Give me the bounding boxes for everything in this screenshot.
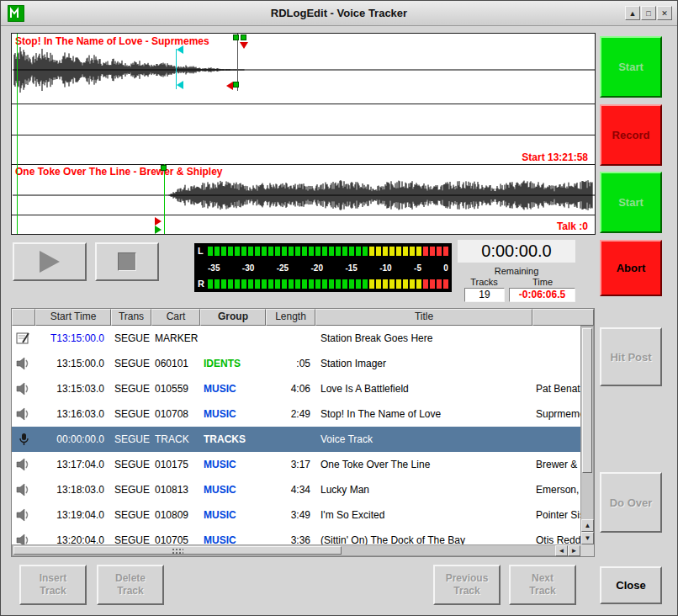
title-cell: (Sittin' On) The Dock of The Bay	[315, 534, 532, 544]
column-header-artist[interactable]	[532, 309, 594, 326]
group-cell: MUSIC	[200, 459, 266, 470]
start-time-cell: 13:17:04.0	[35, 459, 111, 470]
cart-cell: 010559	[151, 383, 200, 395]
column-header-icon[interactable]	[12, 309, 35, 326]
maximize-icon[interactable]: □	[641, 6, 656, 20]
length-cell: 3:49	[266, 509, 315, 521]
lane-divider	[12, 104, 595, 104]
artist-cell: Emerson, L	[532, 484, 580, 496]
table-row[interactable]: 00:00:00.0 SEGUE TRACK TRACKS Voice Trac…	[12, 427, 580, 452]
record-button[interactable]: Record	[600, 104, 662, 166]
track2-start-marker-icon[interactable]	[161, 165, 167, 171]
title-cell: I'm So Excited	[315, 509, 532, 521]
table-row[interactable]: 13:17:04.0 SEGUE 010175 MUSIC 3:17 One T…	[12, 452, 580, 477]
start-time-cell: 13:15:00.0	[35, 358, 111, 369]
playback-cursor[interactable]	[17, 34, 18, 235]
track2-title: One Toke Over The Line - Brewer & Shiple…	[15, 166, 223, 178]
end-marker-arrow-icon[interactable]	[240, 42, 248, 49]
artist-cell: Suprmemes	[532, 408, 580, 420]
maximize-glyph: □	[646, 9, 650, 18]
artist-cell: Pointer Sist	[532, 509, 580, 521]
cart-cell: MARKER	[151, 332, 200, 344]
fade-marker-icon[interactable]	[226, 82, 233, 90]
track2-start-arrow-icon[interactable]	[155, 226, 162, 234]
time-remaining-value: -0:06:06.5	[509, 288, 575, 302]
meter-left-label: L	[198, 246, 208, 257]
column-header-group[interactable]: Group	[200, 309, 266, 326]
elapsed-time-display: 0:00:00.0	[458, 240, 575, 263]
row-type-icon-cell	[12, 508, 35, 522]
table-row[interactable]: 13:20:04.0 SEGUE 010705 MUSIC 3:36 (Sitt…	[12, 528, 580, 544]
start-time-cell: 13:15:03.0	[35, 383, 111, 395]
speaker-icon	[16, 534, 31, 544]
abort-button[interactable]: Abort	[600, 240, 662, 296]
table-row[interactable]: 13:15:00.0 SEGUE 060101 IDENTS :05 Stati…	[12, 351, 580, 376]
scrollbar-grip	[172, 548, 183, 554]
end-marker-icon[interactable]	[241, 35, 246, 40]
titlebar[interactable]: RDLogEdit - Voice Tracker ▲ □ ✕	[1, 1, 677, 26]
close-button[interactable]: Close	[600, 566, 662, 604]
scroll-right-icon[interactable]: ►	[568, 545, 580, 556]
column-header-start[interactable]: Start Time	[35, 309, 111, 326]
horizontal-scrollbar-thumb[interactable]	[13, 546, 342, 555]
log-table-header: Start TimeTransCartGroupLengthTitle	[12, 309, 594, 326]
cart-cell: 010813	[151, 484, 200, 496]
delete-track-button[interactable]: Delete Track	[97, 565, 164, 605]
vertical-scrollbar[interactable]: ▲ ▼	[580, 326, 594, 544]
table-row[interactable]: 13:16:03.0 SEGUE 010708 MUSIC 2:49 Stop!…	[12, 401, 580, 427]
title-cell: Love Is A Battlefield	[315, 383, 532, 395]
group-cell: MUSIC	[200, 383, 266, 395]
column-header-cart[interactable]: Cart	[151, 309, 200, 326]
do-over-button[interactable]: Do Over	[600, 472, 662, 533]
talk-marker-bottom-icon[interactable]	[177, 81, 183, 89]
track2-trim-marker-icon[interactable]	[155, 217, 162, 226]
row-type-icon-cell	[12, 357, 35, 370]
marker-note-icon	[16, 332, 31, 345]
table-row[interactable]: 13:15:03.0 SEGUE 010559 MUSIC 4:06 Love …	[12, 376, 580, 401]
table-row[interactable]: 13:19:04.0 SEGUE 010809 MUSIC 3:49 I'm S…	[12, 502, 580, 528]
track2-start-cursor[interactable]	[164, 164, 165, 235]
close-window-icon[interactable]: ✕	[657, 6, 672, 20]
start-time-cell: T13:15:00.0	[35, 332, 111, 344]
transition-cell: SEGUE	[111, 408, 151, 420]
title-cell: Station Break Goes Here	[315, 332, 532, 344]
start-time-cell: 00:00:00.0	[35, 433, 111, 445]
transition-cell: SEGUE	[111, 534, 151, 544]
segue-end-marker-icon[interactable]	[233, 82, 239, 88]
close-glyph: ✕	[661, 9, 668, 18]
meter-left-segments	[208, 247, 448, 256]
scroll-up-icon[interactable]: ▲	[581, 519, 594, 532]
row-type-icon-cell	[12, 458, 35, 471]
table-row[interactable]: T13:15:00.0 SEGUE MARKER Station Break G…	[12, 326, 580, 351]
row-type-icon-cell	[12, 382, 35, 396]
next-track-button[interactable]: Next Track	[509, 565, 576, 605]
play-button[interactable]	[13, 242, 87, 281]
column-header-trans[interactable]: Trans	[111, 309, 151, 326]
artist-cell: Otis Reddin	[532, 534, 580, 544]
hit-post-button[interactable]: Hit Post	[600, 327, 662, 386]
column-header-length[interactable]: Length	[266, 309, 315, 326]
title-cell: One Toke Over The Line	[315, 459, 532, 470]
scroll-down-icon[interactable]: ▼	[581, 532, 594, 544]
previous-track-button[interactable]: Previous Track	[433, 565, 501, 605]
vertical-scrollbar-thumb[interactable]	[582, 328, 592, 473]
start-button-top[interactable]: Start	[600, 36, 662, 98]
talk-marker-top-icon[interactable]	[177, 45, 183, 54]
cart-cell: 010705	[151, 534, 200, 544]
horizontal-scrollbar[interactable]: ◄ ►	[12, 544, 580, 556]
length-cell: :05	[266, 358, 315, 369]
start-button-bottom[interactable]: Start	[600, 172, 662, 233]
group-cell: MUSIC	[200, 408, 266, 420]
waveform-panel[interactable]: Stop! In The Name of Love - Suprmemes On…	[11, 33, 596, 235]
table-row[interactable]: 13:18:03.0 SEGUE 010813 MUSIC 4:34 Lucky…	[12, 477, 580, 502]
group-cell: MUSIC	[200, 509, 266, 521]
insert-track-button[interactable]: Insert Track	[19, 565, 87, 605]
length-cell: 4:34	[266, 484, 315, 496]
segue-start-marker-icon[interactable]	[233, 35, 239, 40]
scroll-left-icon[interactable]: ◄	[555, 545, 568, 556]
row-type-icon-cell	[12, 332, 35, 345]
title-cell: Station Imager	[315, 358, 532, 369]
rollup-icon[interactable]: ▲	[625, 6, 640, 20]
stop-button[interactable]	[95, 242, 159, 281]
column-header-title[interactable]: Title	[315, 309, 532, 326]
